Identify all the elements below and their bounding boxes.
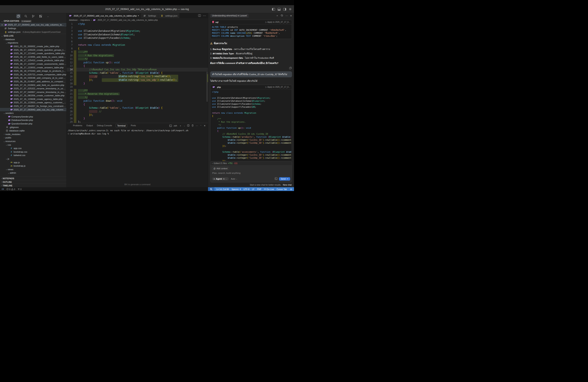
new-terminal-icon[interactable]: ＋ xyxy=(179,124,181,127)
tree-item[interactable]: 2025_06_17_121443_create_questions_table… xyxy=(0,52,66,55)
edited-files-summary[interactable]: › Edited 21 files +751-111 xyxy=(210,161,292,165)
code-line[interactable]: 5use Illuminate\Support\Facades\Schema; xyxy=(67,36,208,40)
open-editors-header[interactable]: ⌄ OPEN EDITORS 1 unsaved xyxy=(0,19,66,23)
open-editor-item[interactable]: ●2025_07_17_093943_add_cus_ins_udp_colum… xyxy=(0,23,66,27)
code-line[interactable]: 12 public function up(): void xyxy=(67,61,208,65)
tree-item[interactable]: 2025_06_24_030048_add_company_id_to_user… xyxy=(0,76,66,80)
tree-item[interactable]: ⌄views xyxy=(0,168,66,171)
sidebar-section-timeline[interactable]: ›TIMELINE xyxy=(0,184,66,187)
tree-item[interactable]: #app.css xyxy=(0,146,66,150)
code-line[interactable]: 2 xyxy=(67,26,208,30)
code-line[interactable]: 26 // xyxy=(67,110,208,114)
code-line[interactable]: 13 { xyxy=(67,64,208,68)
tree-item[interactable]: ⌄admin xyxy=(0,171,66,175)
code-line[interactable]: 27 }); xyxy=(67,113,208,117)
open-editor-item[interactable]: ●Settings xyxy=(0,27,66,30)
more-actions-icon[interactable]: ⋯ xyxy=(196,124,198,127)
tree-item[interactable]: 2025_06_17_123055_add_fields_to_users_ta… xyxy=(0,55,66,59)
tree-item[interactable]: JSbootstrap.js xyxy=(0,164,66,168)
zoom-out-icon[interactable] xyxy=(208,187,214,191)
problems-indicator[interactable]: 0 0 xyxy=(6,188,15,191)
tree-item[interactable]: ⌄js xyxy=(0,157,66,161)
toggle-panel-right-icon[interactable] xyxy=(283,8,286,11)
settings-gear-icon[interactable] xyxy=(289,8,292,11)
tree-item[interactable]: ›node_modules xyxy=(0,133,66,136)
sidebar-section-outline[interactable]: ›OUTLINE xyxy=(0,180,66,184)
add-context-button[interactable]: @ Add context xyxy=(212,167,229,170)
split-editor-icon[interactable] xyxy=(198,14,201,18)
chat-history-icon[interactable] xyxy=(281,14,283,17)
code-line[interactable]: 23 public function down(): void xyxy=(67,99,208,103)
tree-item[interactable]: CompanySeeder.php xyxy=(0,115,66,118)
tree-item[interactable]: 2025_07_15_083356_create_customer_table.… xyxy=(0,94,66,97)
tree-item[interactable]: 2025_06_24_025723_create_companies_table… xyxy=(0,73,66,76)
send-button[interactable]: Send↵ xyxy=(279,177,290,181)
tree-item[interactable]: 2025_06_18_070343_add_image_to_products_… xyxy=(0,69,66,73)
code-line[interactable]: 28 } xyxy=(67,117,208,120)
tree-item[interactable]: 2025_07_17_093943_add_cus_ins_udp_column… xyxy=(0,108,66,112)
tree-item[interactable]: 2025_06_25_014657_add_address_to_compani… xyxy=(0,80,66,83)
cursor-position[interactable]: Ln 14, Col 66 xyxy=(216,188,229,191)
code-line[interactable]: 9 /** xyxy=(67,50,208,54)
panel-tab-ports[interactable]: Ports xyxy=(130,124,136,128)
tree-item[interactable]: 2025_07_17_084357_fix_foreign_key_constr… xyxy=(0,104,66,108)
language-mode[interactable]: PHP xyxy=(257,188,261,191)
tree-item[interactable]: 2025_07_15_120608_create_agency_table.ph… xyxy=(0,97,66,101)
code-line[interactable]: 22 */ xyxy=(67,96,208,99)
panel-tab-terminal[interactable]: Terminal xyxy=(116,124,127,128)
tree-item[interactable]: #bootstrap.css xyxy=(0,150,66,154)
chat-input[interactable]: Plan, search, build anything xyxy=(212,172,290,174)
breadcrumb[interactable]: database › migrations › 2025_07_17_09394… xyxy=(67,18,208,22)
chat-messages[interactable]: sql ▷ Apply to 2025_07_17_0... ALTER TAB… xyxy=(208,18,294,161)
terminal-shell-label[interactable]: zsh xyxy=(169,124,177,127)
user-message[interactable]: ทำในไฟล์ migration เดียวกับที่ใช้เพิ่ม C… xyxy=(210,71,292,77)
search-icon[interactable] xyxy=(24,14,28,18)
ports-indicator[interactable]: 0 xyxy=(18,188,21,191)
tree-item[interactable]: JSapp.js xyxy=(0,161,66,164)
tree-item[interactable]: 2025_07_07_025322_rename_timestamp_in_us… xyxy=(0,87,66,90)
tree-item[interactable]: .gitignore xyxy=(0,125,66,129)
panel-tab-debug-console[interactable]: Debug Console xyxy=(97,124,113,128)
more-actions-icon[interactable]: ⋯ xyxy=(203,14,206,18)
go-live-button[interactable]: Go Live xyxy=(264,188,274,191)
breadcrumb-item[interactable]: 2025_07_17_093943_add_cus_ins_udp_column… xyxy=(98,19,158,21)
tree-item[interactable]: ⌄resources xyxy=(0,139,66,143)
tree-item[interactable]: DatabaseSeeder.php xyxy=(0,118,66,122)
split-terminal-icon[interactable] xyxy=(187,124,189,127)
close-panel-icon[interactable]: ✕ xyxy=(290,14,292,17)
panel-tab-problems[interactable]: Problems xyxy=(73,124,83,128)
tree-item[interactable]: 2025_06_17_133003_create_answers_table.p… xyxy=(0,66,66,69)
tree-item[interactable]: 2025_06_17_132057_create_assessments_tab… xyxy=(0,62,66,66)
code-line[interactable]: 20 /** xyxy=(67,89,208,93)
tab-settings-json[interactable]: {} settings.json xyxy=(158,13,180,18)
code-line[interactable]: 21 * Reverse the migrations. xyxy=(67,92,208,96)
apply-button[interactable]: ▷ Apply to 2025_07_17_0... xyxy=(265,86,290,88)
new-chat-icon[interactable]: ＋ xyxy=(276,14,278,17)
more-views-chevron-icon[interactable]: ⌄ xyxy=(46,14,50,18)
breadcrumb-item[interactable]: database xyxy=(69,19,78,21)
code-line[interactable]: 7return new class extends Migration xyxy=(67,43,208,47)
copy-icon[interactable] xyxy=(289,67,292,70)
new-chat-button[interactable]: New chat xyxy=(283,184,292,186)
code-line[interactable]: 6 xyxy=(67,40,208,43)
code-line[interactable]: 25 Schema::table('tables', function (Blu… xyxy=(67,106,208,110)
agent-mode-selector[interactable]: ∞ Agent ⌘I ⌄ xyxy=(212,177,229,180)
tree-item[interactable]: ⌄database xyxy=(0,38,66,41)
eol-sequence[interactable]: LF xyxy=(252,188,254,191)
code-line[interactable]: 11 */ xyxy=(67,57,208,61)
breadcrumb-item[interactable]: migrations xyxy=(80,19,90,21)
encoding[interactable]: UTF-8 xyxy=(243,188,249,191)
source-control-icon[interactable] xyxy=(31,14,35,18)
tree-item[interactable]: 2025_06_17_125410_create_products_table.… xyxy=(0,59,66,62)
code-editor[interactable]: 1<?php23use Illuminate\Database\Migratio… xyxy=(67,22,208,123)
code-line[interactable]: 19 xyxy=(67,85,208,89)
code-line[interactable]: 8{ xyxy=(67,47,208,51)
open-editors-icon[interactable] xyxy=(16,14,21,18)
tree-item[interactable]: #tailwind.css xyxy=(0,154,66,157)
tree-item[interactable]: QuestionSeeder.php xyxy=(0,122,66,125)
code-line[interactable]: 14 //เพิ่มคอลัมภ์ Cus_Ins และ Cus_Ins_Ud… xyxy=(67,68,208,72)
tree-item[interactable]: ›public xyxy=(0,136,66,140)
cursor-tab-toggle[interactable]: Cursor Tab xyxy=(277,188,287,191)
tab-settings[interactable]: Settings xyxy=(141,13,158,18)
tree-item[interactable]: ⌄css xyxy=(0,143,66,147)
